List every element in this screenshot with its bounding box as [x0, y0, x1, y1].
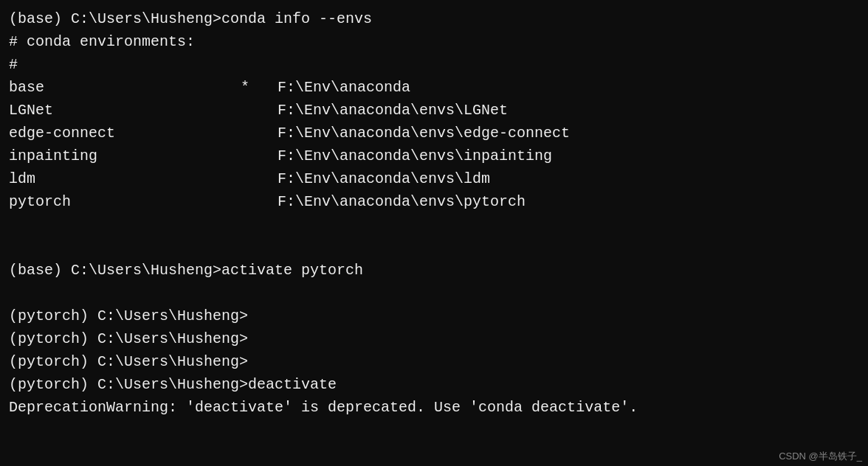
- env-active-marker: [230, 122, 260, 145]
- watermark: CSDN @半岛铁子_: [779, 450, 862, 463]
- terminal-line: (pytorch) C:\Users\Husheng>: [9, 350, 859, 373]
- terminal-line: (pytorch) C:\Users\Husheng>: [9, 327, 859, 350]
- env-name: pytorch: [9, 190, 230, 213]
- terminal-line: DeprecationWarning: 'deactivate' is depr…: [9, 396, 859, 419]
- env-path: F:\Env\anaconda\envs\pytorch: [260, 190, 526, 213]
- env-path: F:\Env\anaconda: [260, 76, 410, 99]
- env-line: LGNet F:\Env\anaconda\envs\LGNet: [9, 99, 859, 122]
- terminal-line: # conda environments:: [9, 30, 859, 53]
- blank-line: [9, 282, 859, 305]
- terminal-line: #: [9, 53, 859, 76]
- terminal-window: (base) C:\Users\Husheng>conda info --env…: [0, 0, 868, 466]
- terminal-line: (pytorch) C:\Users\Husheng>deactivate: [9, 373, 859, 396]
- env-active-marker: [230, 190, 260, 213]
- env-name: edge-connect: [9, 122, 230, 145]
- env-line: base* F:\Env\anaconda: [9, 76, 859, 99]
- blank-line: [9, 236, 859, 259]
- env-line: inpainting F:\Env\anaconda\envs\inpainti…: [9, 145, 859, 167]
- terminal-line: (base) C:\Users\Husheng>activate pytorch: [9, 259, 859, 282]
- env-line: ldm F:\Env\anaconda\envs\ldm: [9, 167, 859, 190]
- env-name: inpainting: [9, 145, 230, 167]
- env-active-marker: [230, 145, 260, 167]
- blank-line: [9, 213, 859, 236]
- env-active-marker: [230, 99, 260, 122]
- env-path: F:\Env\anaconda\envs\LGNet: [260, 99, 508, 122]
- env-name: base: [9, 76, 230, 99]
- env-name: LGNet: [9, 99, 230, 122]
- env-path: F:\Env\anaconda\envs\edge-connect: [260, 122, 570, 145]
- env-name: ldm: [9, 167, 230, 190]
- env-active-marker: *: [230, 76, 260, 99]
- env-active-marker: [230, 167, 260, 190]
- env-line: pytorch F:\Env\anaconda\envs\pytorch: [9, 190, 859, 213]
- terminal-line: (pytorch) C:\Users\Husheng>: [9, 305, 859, 327]
- env-path: F:\Env\anaconda\envs\ldm: [260, 167, 490, 190]
- env-line: edge-connect F:\Env\anaconda\envs\edge-c…: [9, 122, 859, 145]
- terminal-line: (base) C:\Users\Husheng>conda info --env…: [9, 7, 859, 30]
- env-path: F:\Env\anaconda\envs\inpainting: [260, 145, 552, 167]
